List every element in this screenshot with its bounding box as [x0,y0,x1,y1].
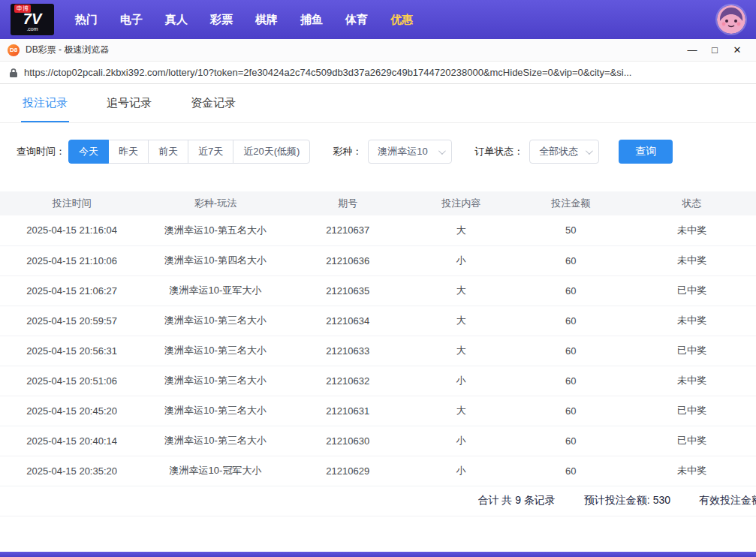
cell-bet-content: 大 [408,336,514,366]
cell-game-play: 澳洲幸运10-第五名大小 [143,215,287,245]
cell-bet-amount: 60 [514,396,628,426]
cell-status: 已中奖 [628,275,756,306]
cell-issue: 21210634 [288,306,408,336]
url-input[interactable]: https://ctop02pcali.2kbxi392.com/lottery… [24,67,631,78]
col-game-play: 彩种-玩法 [143,191,287,215]
cell-issue: 21210635 [288,275,408,306]
close-button[interactable]: ✕ [726,41,748,60]
table-row: 2025-04-15 20:59:57 澳洲幸运10-第三名大小 2121063… [0,306,756,336]
cell-status: 未中奖 [628,215,756,245]
record-tabs: 投注记录 追号记录 资金记录 [0,84,756,123]
time-filter-button[interactable]: 昨天 [108,140,149,164]
cell-bet-content: 小 [408,426,514,456]
cell-bet-time: 2025-04-15 21:16:04 [0,215,143,245]
time-filter-button[interactable]: 近7天 [188,140,233,164]
cell-game-play: 澳洲幸运10-第三名大小 [143,426,287,456]
site-logo[interactable]: 申博 7V .com [11,4,54,35]
summary-row: 合计 共 9 条记录 预计投注金额: 530 有效投注金额 [0,486,756,516]
cell-issue: 21210633 [288,336,408,366]
records-table: 投注时间 彩种-玩法 期号 投注内容 投注金额 状态 2025-04-15 21… [0,191,756,486]
cell-game-play: 澳洲幸运10-亚军大小 [143,275,287,306]
table-row: 2025-04-15 20:51:06 澳洲幸运10-第三名大小 2121063… [0,366,756,396]
cell-bet-time: 2025-04-15 20:59:57 [0,306,143,336]
nav-item[interactable]: 彩票 [210,13,233,27]
nav-item[interactable]: 真人 [165,13,188,27]
time-filter-button[interactable]: 近20天(低频) [233,140,310,164]
cell-bet-amount: 60 [514,456,628,486]
status-filter-label: 订单状态： [474,145,523,158]
col-status: 状态 [628,191,756,215]
cell-bet-time: 2025-04-15 20:56:31 [0,336,143,366]
nav-item[interactable]: 热门 [75,13,98,27]
table-row: 2025-04-15 21:16:04 澳洲幸运10-第五名大小 2121063… [0,215,756,245]
tab[interactable]: 投注记录 [21,96,69,122]
lottery-select-value: 澳洲幸运10 [378,145,427,158]
nav-item[interactable]: 电子 [120,13,143,27]
cell-issue: 21210630 [288,426,408,456]
browser-favicon-icon: D8 [8,44,20,56]
minimize-button[interactable]: — [681,41,703,60]
records-table-header: 投注时间 彩种-玩法 期号 投注内容 投注金额 状态 [0,191,756,215]
cell-status: 未中奖 [628,456,756,486]
maximize-button[interactable]: □ [703,41,726,60]
main-content: 投注记录 追号记录 资金记录 查询时间： 今天 昨天 前天 近7天 近20天(低… [0,84,756,516]
browser-title-bar: D8 DB彩票 - 极速浏览器 — □ ✕ [0,39,756,62]
cell-bet-amount: 60 [514,426,628,456]
order-status-select[interactable]: 全部状态 [529,140,599,164]
cell-status: 未中奖 [628,245,756,275]
nav-item[interactable]: 体育 [345,13,368,27]
cell-game-play: 澳洲幸运10-第三名大小 [143,336,287,366]
nav-item[interactable]: 捕鱼 [300,13,323,27]
cell-bet-time: 2025-04-15 20:51:06 [0,366,143,396]
summary-valid-amount: 有效投注金额 [699,494,756,507]
time-filter-group: 今天 昨天 前天 近7天 近20天(低频) [68,140,310,164]
tab[interactable]: 资金记录 [189,96,237,122]
cell-issue: 21210632 [288,366,408,396]
lottery-filter-label: 彩种： [333,145,362,158]
cell-issue: 21210629 [288,456,408,486]
avatar-icon [717,5,745,34]
nav-menu: 热门 电子 真人 彩票 棋牌 捕鱼 体育 优惠 [75,13,413,27]
cell-bet-amount: 60 [514,366,628,396]
page-footer-strip [0,552,756,557]
filter-row: 查询时间： 今天 昨天 前天 近7天 近20天(低频) 彩种： 澳洲幸运10 订… [0,123,756,180]
lottery-select[interactable]: 澳洲幸运10 [368,140,452,164]
address-bar[interactable]: https://ctop02pcali.2kbxi392.com/lottery… [0,62,756,84]
cell-bet-time: 2025-04-15 21:06:27 [0,275,143,306]
table-row: 2025-04-15 21:06:27 澳洲幸运10-亚军大小 21210635… [0,275,756,306]
logo-text: 7V [23,11,41,26]
cell-issue: 21210636 [288,245,408,275]
nav-item[interactable]: 棋牌 [255,13,278,27]
col-bet-amount: 投注金额 [514,191,628,215]
cell-status: 已中奖 [628,396,756,426]
tab[interactable]: 追号记录 [105,96,153,122]
col-bet-content: 投注内容 [408,191,514,215]
cell-issue: 21210631 [288,396,408,426]
table-row: 2025-04-15 20:56:31 澳洲幸运10-第三名大小 2121063… [0,336,756,366]
table-row: 2025-04-15 20:40:14 澳洲幸运10-第三名大小 2121063… [0,426,756,456]
chevron-down-icon [586,147,593,155]
cell-bet-content: 小 [408,366,514,396]
cell-bet-content: 大 [408,275,514,306]
cell-bet-content: 大 [408,215,514,245]
cell-status: 已中奖 [628,336,756,366]
time-filter-button[interactable]: 前天 [148,140,188,164]
cell-bet-content: 大 [408,396,514,426]
screen: 申博 7V .com 热门 电子 真人 彩票 棋牌 捕鱼 体育 优惠 D8 DB… [0,0,756,557]
chevron-down-icon [438,147,446,155]
window-controls: — □ ✕ [681,41,748,60]
time-filter-button[interactable]: 今天 [68,140,109,164]
cell-bet-content: 小 [408,245,514,275]
table-row: 2025-04-15 21:10:06 澳洲幸运10-第四名大小 2121063… [0,245,756,275]
cell-bet-amount: 60 [514,336,628,366]
cell-game-play: 澳洲幸运10-第三名大小 [143,396,287,426]
cell-bet-content: 大 [408,306,514,336]
search-button[interactable]: 查询 [619,140,673,164]
nav-item[interactable]: 优惠 [390,13,413,27]
col-bet-time: 投注时间 [0,191,143,215]
cell-status: 已中奖 [628,426,756,456]
user-avatar[interactable] [717,5,745,34]
cell-bet-amount: 50 [514,215,628,245]
lock-icon [9,68,18,78]
records-tbody: 2025-04-15 21:16:04 澳洲幸运10-第五名大小 2121063… [0,215,756,486]
